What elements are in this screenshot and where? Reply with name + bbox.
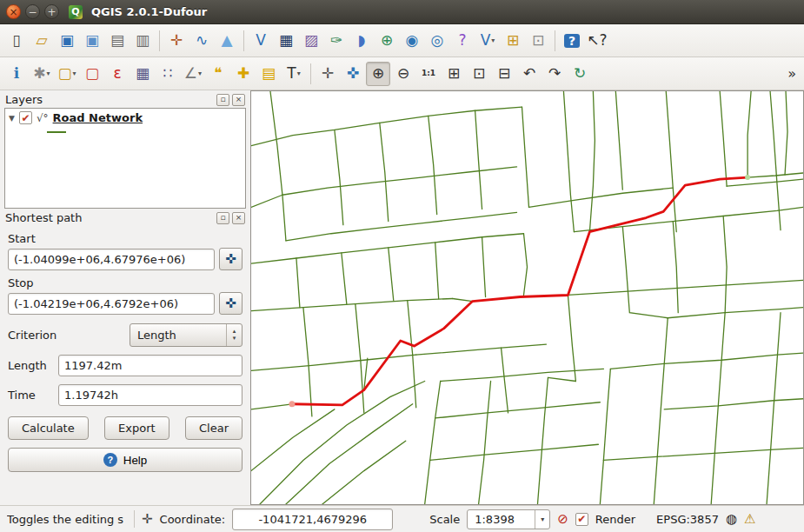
zoom-next-button[interactable]: ↷ (542, 62, 567, 86)
toolbar-overflow-icon[interactable]: » (784, 65, 800, 82)
capture-line-button[interactable]: ∿ (189, 29, 214, 53)
calculate-button[interactable]: Calculate (8, 416, 89, 440)
time-input[interactable] (58, 384, 243, 406)
metasearch-icon: ? (458, 33, 466, 48)
pan-map-button[interactable]: ✛ (316, 62, 340, 86)
shortest-path-float-button[interactable]: ▫ (216, 212, 229, 224)
zoom-last-button[interactable]: ↶ (517, 62, 542, 86)
zoom-to-layer-button[interactable]: ⊟ (492, 62, 516, 86)
road-segment (270, 91, 286, 241)
refresh-map-button[interactable]: ↻ (568, 62, 592, 86)
field-calculator-button[interactable]: ∷ (156, 62, 180, 86)
road-segment (416, 344, 547, 355)
window-minimize-button[interactable]: − (25, 4, 40, 19)
criterion-select[interactable]: Length ▴ ▾ (130, 323, 243, 347)
new-composer-button[interactable]: ▤ (105, 29, 130, 53)
text-annotation-button[interactable]: T▾ (282, 62, 306, 86)
capture-start-button[interactable]: ✜ (219, 248, 243, 270)
map-tips-button[interactable]: ❝ (206, 62, 230, 86)
zoom-native-button[interactable]: 1:1 (416, 62, 441, 86)
toolbar-separator (310, 63, 311, 84)
layers-panel-close-button[interactable]: × (232, 94, 245, 106)
zoom-next-icon: ↷ (548, 66, 561, 81)
length-input[interactable] (58, 355, 243, 376)
run-feature-action-button[interactable]: ✱▾ (30, 62, 54, 86)
open-project-button[interactable]: ▱ (30, 29, 54, 53)
messages-icon[interactable]: ⚠ (744, 511, 755, 527)
zoom-to-selection-button[interactable]: ⊡ (467, 62, 491, 86)
render-checkbox[interactable]: ✔ (575, 513, 588, 526)
expand-arrow-icon[interactable]: ▼ (9, 114, 15, 123)
capture-stop-button[interactable]: ✜ (219, 292, 243, 315)
globe-tool-button[interactable]: ◉ (400, 29, 424, 53)
composer-manager-button[interactable]: ▥ (130, 29, 155, 53)
node-tool-button[interactable]: V (249, 29, 273, 53)
vertex-tool-button[interactable]: V▾ (475, 29, 500, 53)
layers-panel-float-button[interactable]: ▫ (216, 94, 229, 106)
help-button[interactable]: ? Help (8, 448, 243, 472)
deselect-features-button[interactable]: ▢ (80, 62, 104, 86)
road-segment (389, 248, 394, 301)
start-input[interactable] (8, 249, 215, 270)
stop-input[interactable] (8, 293, 215, 315)
export-button[interactable]: Export (104, 416, 169, 440)
clear-button[interactable]: Clear (185, 416, 243, 440)
feather-tool-button[interactable]: ✑ (324, 29, 349, 53)
style-tool-icon: ▨ (304, 33, 318, 48)
metasearch-button[interactable]: ? (450, 29, 475, 53)
mouse-position-icon[interactable]: ✛ (142, 511, 153, 527)
zoom-full-button[interactable]: ⊞ (442, 62, 466, 86)
window-maximize-button[interactable]: + (44, 4, 59, 19)
attribute-table-button[interactable]: ▦ (130, 62, 155, 86)
road-segment (502, 348, 508, 413)
layers-panel-header: Layers ▫ × (0, 90, 250, 108)
select-features-button[interactable]: ▢▾ (55, 62, 79, 86)
epsg-status: EPSG:3857 (656, 513, 719, 526)
road-segment (723, 216, 727, 313)
zoom-in-button[interactable]: ⊕ (366, 62, 390, 86)
new-bookmark-button[interactable]: ✚ (231, 62, 256, 86)
shortest-path-close-button[interactable]: × (232, 212, 245, 224)
map-canvas[interactable] (250, 90, 804, 505)
pan-to-selection-button[interactable]: ✜ (341, 62, 365, 86)
select-raster-button[interactable]: ▦ (274, 29, 298, 53)
select-by-expression-button[interactable]: ε (105, 62, 130, 86)
layer-item-road-network[interactable]: ▼ ✔ √° Road Network (9, 111, 242, 124)
coordinate-label: Coordinate: (160, 513, 226, 526)
scale-select[interactable]: 1:8398 ▾ (467, 509, 550, 529)
road-segment (711, 313, 725, 504)
zoom-out-button[interactable]: ⊖ (391, 62, 415, 86)
road-segment (260, 382, 425, 504)
layer-visibility-checkbox[interactable]: ✔ (19, 111, 32, 124)
window-close-button[interactable]: × (6, 4, 21, 19)
capture-point-button[interactable]: ✛ (164, 29, 189, 53)
coordinate-input[interactable] (232, 509, 393, 530)
show-bookmarks-button[interactable]: ▤ (256, 62, 281, 86)
web-service-add-icon: ⊕ (381, 33, 393, 48)
globe-overlay-button[interactable]: ◎ (425, 29, 449, 53)
grid-tool-button[interactable]: ⊞ (501, 29, 525, 53)
layers-tree[interactable]: ▼ ✔ √° Road Network (4, 108, 246, 209)
help-contents-button[interactable]: ? (560, 29, 584, 53)
crs-status-icon[interactable]: ◍ (726, 511, 737, 527)
fan-tool-button[interactable]: ◗ (349, 29, 374, 53)
save-project-button[interactable]: ▣ (55, 29, 79, 53)
style-tool-button[interactable]: ▨ (299, 29, 323, 53)
road-segment (785, 91, 787, 175)
globe-overlay-icon: ◎ (431, 33, 444, 48)
save-project-as-button[interactable]: ▣ (80, 29, 104, 53)
save-project-icon: ▣ (60, 33, 74, 48)
road-segment (603, 448, 803, 460)
check-icon: ✔ (577, 514, 586, 524)
stop-render-icon[interactable]: ⊘ (557, 511, 568, 527)
measure-button[interactable]: ∠▾ (181, 62, 205, 86)
new-project-button[interactable]: ▯ (4, 29, 29, 53)
window-tool-button[interactable]: ⊡ (526, 29, 550, 53)
road-segment (251, 355, 416, 370)
capture-polygon-button[interactable]: ▲ (215, 29, 239, 53)
identify-features-button[interactable]: ℹ (4, 62, 29, 86)
web-service-add-button[interactable]: ⊕ (375, 29, 399, 53)
dropdown-arrow-icon: ▾ (491, 37, 495, 44)
statusbar-separator (134, 510, 135, 528)
whats-this-button[interactable]: ↖? (585, 29, 609, 53)
